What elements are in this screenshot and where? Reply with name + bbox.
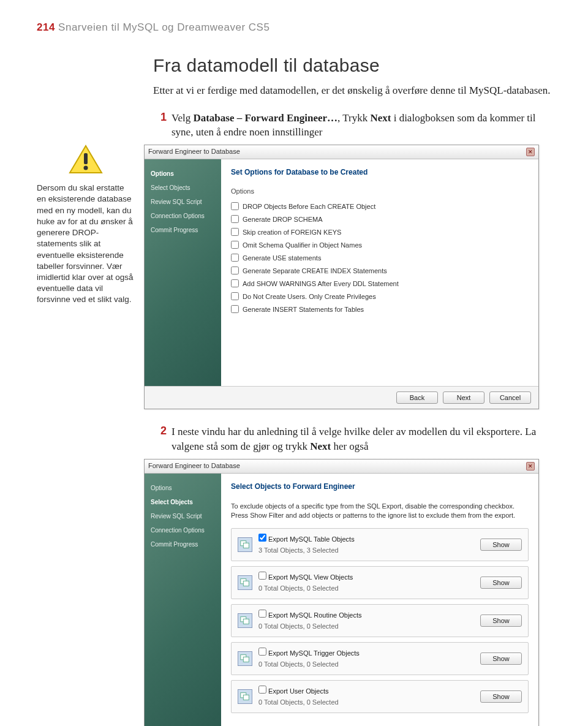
dialog-title: Forward Engineer to Database (148, 462, 240, 471)
dialog-sidebar: Options Select Objects Review SQL Script… (145, 159, 221, 386)
table-icon (238, 689, 252, 704)
dialog-sidebar: Options Select Objects Review SQL Script… (145, 474, 221, 726)
export-label: Export MySQL Table Objects (268, 535, 355, 543)
options-label: Options (231, 187, 529, 195)
page-header: 214 Snarveien til MySQL og Dreamweaver C… (37, 21, 551, 34)
close-icon[interactable]: ✕ (526, 462, 535, 471)
export-checkbox[interactable]: Export User Objects (258, 687, 328, 695)
book-title: Snarveien til MySQL og Dreamweaver CS5 (58, 21, 270, 33)
next-button[interactable]: Next (443, 391, 484, 404)
option-show-warnings[interactable]: Add SHOW WARNINGS After Every DDL Statem… (231, 277, 529, 290)
export-row: Export User Objects0 Total Objects, 0 Se… (231, 680, 529, 713)
svg-rect-9 (243, 657, 249, 662)
export-label: Export MySQL Trigger Objects (268, 649, 360, 657)
export-checkbox[interactable]: Export MySQL Routine Objects (258, 611, 362, 619)
export-count: 0 Total Objects, 0 Selected (258, 621, 474, 632)
dialog-forward-engineer-options: Forward Engineer to Database ✕ Options S… (144, 145, 539, 409)
svg-rect-5 (243, 581, 249, 586)
table-icon (238, 575, 252, 590)
option-drop-objects[interactable]: DROP Objects Before Each CREATE Object (231, 200, 529, 213)
dialog-forward-engineer-select: Forward Engineer to Database ✕ Options S… (144, 459, 539, 726)
export-count: 0 Total Objects, 0 Selected (258, 697, 474, 708)
export-row: Export MySQL Trigger Objects0 Total Obje… (231, 642, 529, 675)
option-insert-statements[interactable]: Generate INSERT Statements for Tables (231, 303, 529, 316)
export-count: 0 Total Objects, 0 Selected (258, 583, 474, 594)
cancel-button[interactable]: Cancel (489, 391, 531, 404)
show-button[interactable]: Show (480, 614, 522, 627)
wizard-step-connection[interactable]: Connection Options (151, 209, 215, 223)
table-icon (238, 537, 252, 552)
export-label: Export MySQL Routine Objects (268, 611, 361, 619)
export-label: Export User Objects (268, 687, 328, 695)
wizard-step-connection[interactable]: Connection Options (151, 523, 215, 537)
option-omit-schema[interactable]: Omit Schema Qualifier in Object Names (231, 238, 529, 251)
table-icon (238, 651, 252, 666)
warning-icon (69, 145, 103, 175)
step-1-text: Velg Database – Forward Engineer…, Trykk… (172, 111, 551, 140)
dialog-titlebar: Forward Engineer to Database ✕ (145, 459, 538, 474)
wizard-step-select[interactable]: Select Objects (151, 181, 215, 195)
section-heading: Fra datamodell til database (153, 55, 551, 76)
step-2-text: I neste vindu har du anledning til å vel… (172, 425, 551, 454)
dialog-title: Forward Engineer to Database (148, 148, 240, 156)
dialog-section-title: Set Options for Database to be Created (231, 168, 529, 176)
export-row: Export MySQL Routine Objects0 Total Obje… (231, 604, 529, 637)
step-number: 2 (153, 425, 167, 454)
show-button[interactable]: Show (480, 577, 522, 589)
show-button[interactable]: Show (480, 690, 522, 703)
svg-rect-11 (243, 695, 249, 700)
wizard-step-commit[interactable]: Commit Progress (151, 223, 215, 237)
wizard-step-review[interactable]: Review SQL Script (151, 195, 215, 209)
option-create-index[interactable]: Generate Separate CREATE INDEX Statement… (231, 264, 529, 277)
export-row: Export MySQL View Objects0 Total Objects… (231, 566, 529, 599)
table-icon (238, 613, 252, 628)
svg-point-1 (84, 166, 88, 170)
export-label: Export MySQL View Objects (268, 573, 353, 581)
dialog-titlebar: Forward Engineer to Database ✕ (145, 145, 538, 159)
wizard-step-review[interactable]: Review SQL Script (151, 509, 215, 523)
export-checkbox[interactable]: Export MySQL Table Objects (258, 535, 355, 543)
wizard-step-options[interactable]: Options (151, 481, 215, 495)
show-button[interactable]: Show (480, 652, 522, 665)
export-checkbox[interactable]: Export MySQL View Objects (258, 573, 353, 581)
export-checkbox[interactable]: Export MySQL Trigger Objects (258, 649, 360, 657)
option-no-users[interactable]: Do Not Create Users. Only Create Privile… (231, 290, 529, 303)
svg-rect-7 (243, 619, 249, 624)
option-skip-fk[interactable]: Skip creation of FOREIGN KEYS (231, 225, 529, 238)
svg-rect-3 (243, 543, 249, 548)
close-icon[interactable]: ✕ (526, 148, 535, 156)
option-drop-schema[interactable]: Generate DROP SCHEMA (231, 213, 529, 225)
wizard-step-select[interactable]: Select Objects (151, 495, 215, 509)
dialog-description: To exclude objects of a specific type fr… (231, 502, 529, 521)
dialog-section-title: Select Objects to Forward Engineer (231, 482, 529, 491)
option-use-statements[interactable]: Generate USE statements (231, 251, 529, 264)
export-count: 3 Total Objects, 3 Selected (258, 545, 474, 556)
page-number: 214 (37, 21, 55, 33)
show-button[interactable]: Show (480, 539, 522, 551)
step-number: 1 (153, 111, 167, 140)
wizard-step-options[interactable]: Options (151, 167, 215, 181)
svg-rect-0 (84, 153, 88, 164)
export-row: Export MySQL Table Objects3 Total Object… (231, 528, 529, 561)
wizard-step-commit[interactable]: Commit Progress (151, 537, 215, 551)
back-button[interactable]: Back (396, 391, 438, 404)
intro-text: Etter at vi er ferdige med datamodellen,… (153, 83, 551, 99)
sidebar-note: Dersom du skal erstatte en eksisterende … (37, 183, 135, 305)
export-count: 0 Total Objects, 0 Selected (258, 659, 474, 670)
